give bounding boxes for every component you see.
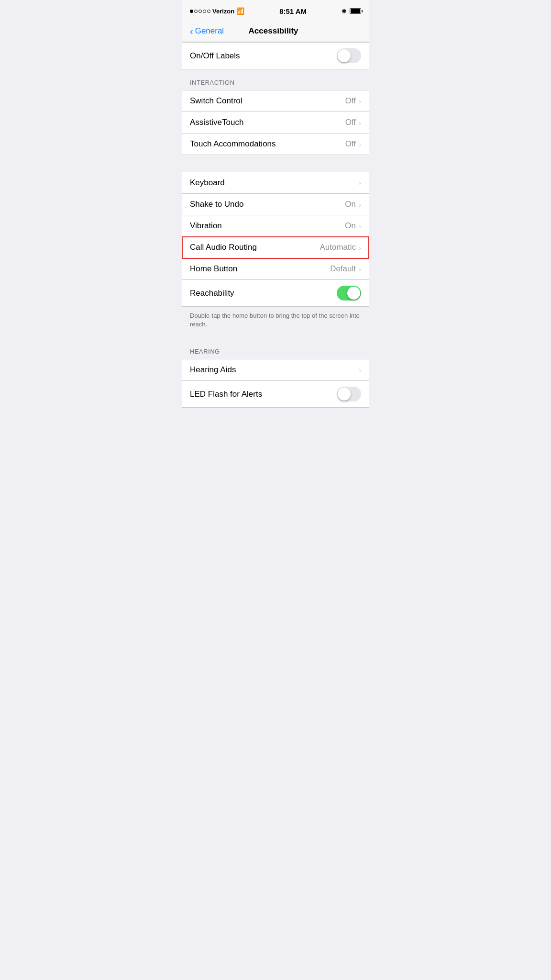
group-spacer-1 xyxy=(182,155,369,172)
vibration-label: Vibration xyxy=(190,221,222,231)
back-button[interactable]: ‹ General xyxy=(190,26,224,36)
led-flash-toggle[interactable] xyxy=(337,387,361,401)
interaction-group: Switch Control Off › AssistiveTouch Off … xyxy=(182,90,369,155)
status-left: Verizon 📶 xyxy=(190,7,244,15)
keyboard-row[interactable]: Keyboard › xyxy=(182,172,369,194)
vibration-row[interactable]: Vibration On › xyxy=(182,215,369,237)
reachability-note: Double-tap the home button to bring the … xyxy=(182,307,369,338)
switch-control-right: Off › xyxy=(345,96,361,106)
carrier-label: Verizon xyxy=(212,8,234,15)
switch-control-label: Switch Control xyxy=(190,96,242,106)
vibration-value: On xyxy=(345,221,356,231)
page-title: Accessibility xyxy=(249,26,298,36)
bluetooth-icon: ✱ xyxy=(342,8,347,15)
shake-to-undo-row[interactable]: Shake to Undo On › xyxy=(182,194,369,215)
hearing-group: Hearing Aids › LED Flash for Alerts xyxy=(182,359,369,408)
on-off-labels-right xyxy=(337,48,361,63)
assistivetouch-label: AssistiveTouch xyxy=(190,118,243,127)
assistivetouch-chevron-icon: › xyxy=(359,119,361,127)
keyboard-chevron-icon: › xyxy=(359,179,361,187)
touch-accommodations-value: Off xyxy=(345,139,356,149)
home-button-label: Home Button xyxy=(190,264,237,274)
home-button-row[interactable]: Home Button Default › xyxy=(182,258,369,280)
led-flash-label: LED Flash for Alerts xyxy=(190,390,262,399)
shake-to-undo-value: On xyxy=(345,200,356,209)
call-audio-routing-chevron-icon: › xyxy=(359,244,361,252)
hearing-section-header: HEARING xyxy=(182,338,369,359)
reachability-right xyxy=(337,286,361,301)
status-right: ✱ xyxy=(342,8,361,15)
keyboard-label: Keyboard xyxy=(190,178,225,188)
switch-control-value: Off xyxy=(345,96,356,106)
on-off-labels-row[interactable]: On/Off Labels xyxy=(182,42,369,69)
call-audio-routing-value: Automatic xyxy=(320,243,356,252)
on-off-labels-toggle[interactable] xyxy=(337,48,361,63)
reachability-toggle[interactable] xyxy=(337,286,361,301)
led-flash-row[interactable]: LED Flash for Alerts xyxy=(182,381,369,407)
back-label: General xyxy=(195,26,224,36)
reachability-label: Reachability xyxy=(190,289,234,298)
wifi-icon: 📶 xyxy=(236,7,244,15)
touch-accommodations-label: Touch Accommodations xyxy=(190,139,276,149)
battery-indicator xyxy=(350,8,361,14)
switch-control-chevron-icon: › xyxy=(359,97,361,105)
on-off-labels-label: On/Off Labels xyxy=(190,51,240,61)
led-flash-right xyxy=(337,387,361,401)
signal-strength xyxy=(190,10,210,13)
assistivetouch-row[interactable]: AssistiveTouch Off › xyxy=(182,112,369,134)
reachability-row[interactable]: Reachability xyxy=(182,280,369,306)
hearing-aids-right: › xyxy=(359,366,361,374)
touch-accommodations-chevron-icon: › xyxy=(359,140,361,148)
touch-accommodations-row[interactable]: Touch Accommodations Off › xyxy=(182,134,369,155)
call-audio-routing-row[interactable]: Call Audio Routing Automatic › xyxy=(182,237,369,258)
shake-to-undo-right: On › xyxy=(345,200,361,209)
status-bar: Verizon 📶 8:51 AM ✱ xyxy=(182,0,369,21)
assistivetouch-value: Off xyxy=(345,118,356,127)
home-button-right: Default › xyxy=(330,264,361,274)
home-button-value: Default xyxy=(330,264,356,274)
vibration-right: On › xyxy=(345,221,361,231)
interaction-section-header: INTERACTION xyxy=(182,69,369,90)
back-chevron-icon: ‹ xyxy=(190,26,193,36)
status-time: 8:51 AM xyxy=(279,7,307,15)
shake-to-undo-chevron-icon: › xyxy=(359,200,361,209)
hearing-aids-label: Hearing Aids xyxy=(190,365,236,375)
hearing-aids-chevron-icon: › xyxy=(359,366,361,374)
touch-accommodations-right: Off › xyxy=(345,139,361,149)
assistivetouch-right: Off › xyxy=(345,118,361,127)
keyboard-right: › xyxy=(359,179,361,187)
home-button-chevron-icon: › xyxy=(359,265,361,273)
switch-control-row[interactable]: Switch Control Off › xyxy=(182,90,369,112)
call-audio-routing-right: Automatic › xyxy=(320,243,361,252)
hearing-aids-row[interactable]: Hearing Aids › xyxy=(182,359,369,381)
vibration-chevron-icon: › xyxy=(359,222,361,230)
misc-group: Keyboard › Shake to Undo On › Vibration … xyxy=(182,172,369,307)
nav-bar: ‹ General Accessibility xyxy=(182,21,369,42)
call-audio-routing-label: Call Audio Routing xyxy=(190,243,257,252)
shake-to-undo-label: Shake to Undo xyxy=(190,200,243,209)
